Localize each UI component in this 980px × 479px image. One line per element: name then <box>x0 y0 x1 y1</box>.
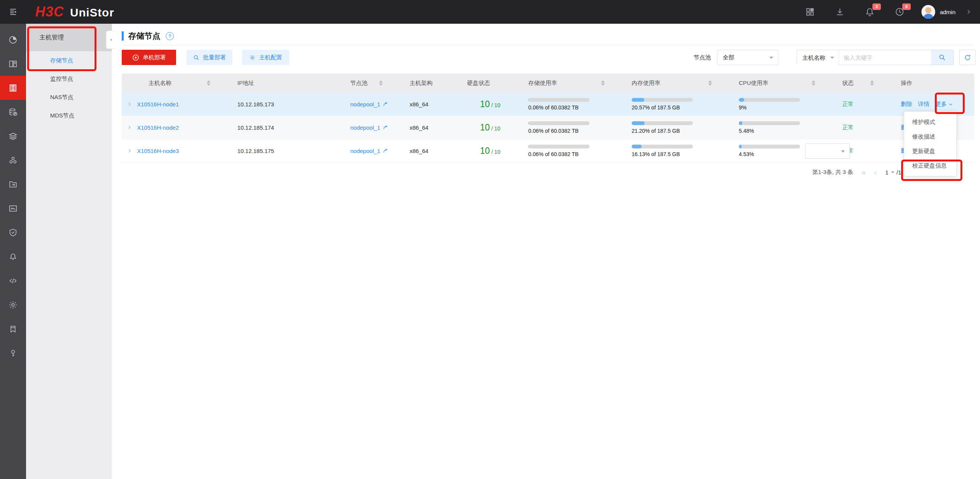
host-name-link[interactable]: X10516H-node1 <box>137 101 179 108</box>
page-number-select[interactable]: 1 <box>885 169 894 176</box>
host-arch: x86_64 <box>410 124 467 131</box>
menu-item-update-disks[interactable]: 更新硬盘 <box>904 144 956 158</box>
col-ip: IP地址 <box>237 80 254 87</box>
sidebar-item-monitoring[interactable] <box>0 196 26 220</box>
sidebar-collapse-tab[interactable] <box>106 31 116 49</box>
sidebar-item-file-share[interactable] <box>0 172 26 196</box>
logo-h3c: H3C <box>35 4 64 20</box>
cpu-usage: 5.48% <box>739 121 842 134</box>
pool-select[interactable]: 全部 <box>717 50 778 65</box>
menu-collapse-icon[interactable] <box>8 7 19 17</box>
host-config-button[interactable]: 主机配置 <box>242 50 289 65</box>
sidebar-item-api[interactable] <box>0 269 26 293</box>
caret-down-icon <box>948 102 953 107</box>
user-menu[interactable]: admin <box>921 5 972 19</box>
apps-grid-icon[interactable] <box>805 7 815 17</box>
subnav-item-mds-nodes[interactable]: MDS节点 <box>26 106 112 125</box>
sort-icon[interactable] <box>207 80 211 86</box>
keyword-input[interactable] <box>839 50 931 65</box>
license-icon <box>8 324 18 334</box>
sort-icon[interactable] <box>708 80 712 86</box>
first-page-button[interactable]: « <box>862 168 866 176</box>
prev-page-button[interactable]: ‹ <box>874 168 877 176</box>
disk-status: 10/ 10 <box>467 122 528 133</box>
sidebar-item-storage-pool[interactable] <box>0 100 26 124</box>
topbar-right: 3 0 admin <box>785 5 972 19</box>
storage-pool-icon <box>8 108 18 117</box>
pool-filter-label: 节点池 <box>694 54 711 61</box>
sort-icon[interactable] <box>379 80 383 86</box>
download-icon[interactable] <box>835 7 845 17</box>
logo-product: UniStor <box>70 6 114 19</box>
layout-panels-icon <box>8 59 18 68</box>
host-ip: 10.12.185.174 <box>237 124 350 131</box>
search-icon <box>193 54 199 61</box>
detail-link[interactable]: 详情 <box>918 101 929 108</box>
sort-icon[interactable] <box>870 80 874 86</box>
plus-circle-icon <box>132 54 139 61</box>
sidebar-item-cluster[interactable] <box>0 148 26 172</box>
sidebar-item-dashboard[interactable] <box>0 28 26 52</box>
notification-bell-icon[interactable]: 3 <box>865 7 875 17</box>
table-row: X10516H-node2 10.12.185.174 nodepool_1 x… <box>122 116 974 139</box>
help-icon[interactable]: ? <box>166 32 174 40</box>
sidebar-item-host-management[interactable] <box>0 76 26 100</box>
search-button[interactable] <box>931 50 953 65</box>
more-link[interactable]: 更多 <box>935 101 953 108</box>
menu-item-correct-disk-info[interactable]: 校正硬盘信息 <box>904 158 956 173</box>
table-header-row: 主机名称 IP地址 节点池 主机架构 硬盘状态 存储使用率 内存使用率 CPU使… <box>122 73 974 93</box>
expand-row-icon[interactable] <box>122 125 137 130</box>
task-clock-icon[interactable]: 0 <box>895 7 905 17</box>
sort-icon[interactable] <box>601 80 605 86</box>
caret-down-icon <box>830 57 834 59</box>
logo: H3C UniStor <box>35 4 114 20</box>
page-total: /1 <box>897 169 902 176</box>
memory-usage: 21.20% of 187.5 GB <box>632 121 739 134</box>
jump-arrow-icon[interactable] <box>382 101 389 107</box>
disk-status: 10/ 10 <box>467 99 528 109</box>
refresh-button[interactable] <box>959 50 975 65</box>
sidebar-item-alarms[interactable] <box>0 244 26 269</box>
expand-row-icon[interactable] <box>122 148 137 153</box>
delete-link[interactable]: 删除 <box>901 101 912 108</box>
nodepool-link[interactable]: nodepool_1 <box>350 101 380 108</box>
menu-item-maintenance-mode[interactable]: 维护模式 <box>904 115 956 129</box>
keyword-field-select[interactable]: 主机名称 <box>797 50 839 65</box>
sidebar-item-license[interactable] <box>0 317 26 341</box>
nodepool-link[interactable]: nodepool_1 <box>350 124 380 131</box>
task-count-badge: 0 <box>902 3 911 10</box>
expand-row-icon[interactable] <box>122 101 137 107</box>
jump-arrow-icon[interactable] <box>382 124 389 130</box>
chevron-right-icon <box>965 9 972 15</box>
nodepool-link[interactable]: nodepool_1 <box>350 148 380 154</box>
sort-icon[interactable] <box>812 80 815 86</box>
main-content: 存储节点 ? 单机部署 批量部署 主机配置 节点池 全部 <box>112 24 980 479</box>
sidebar-item-keys[interactable] <box>0 341 26 365</box>
alarm-count-badge: 3 <box>872 3 881 10</box>
sidebar-item-panels[interactable] <box>0 52 26 76</box>
host-name-link[interactable]: X10516H-node3 <box>137 148 179 154</box>
host-name-link[interactable]: X10516H-node2 <box>137 124 179 131</box>
menu-item-edit-description[interactable]: 修改描述 <box>904 129 956 144</box>
status-badge: 正常 <box>842 124 901 131</box>
sidebar-item-layers[interactable] <box>0 124 26 148</box>
page-size-select[interactable] <box>805 143 850 159</box>
caret-down-icon <box>769 57 773 59</box>
memory-usage: 16.13% of 187.5 GB <box>632 145 739 157</box>
sidebar-item-security[interactable] <box>0 220 26 244</box>
sidebar-item-settings[interactable] <box>0 293 26 317</box>
monitoring-chart-icon <box>8 204 18 213</box>
subnav-item-nas-nodes[interactable]: NAS节点 <box>26 88 112 106</box>
col-pool: 节点池 <box>350 80 368 87</box>
host-arch: x86_64 <box>410 101 467 108</box>
host-management-icon <box>8 83 18 93</box>
deploy-batch-button[interactable]: 批量部署 <box>186 50 232 65</box>
subnav-item-monitor-nodes[interactable]: 监控节点 <box>26 70 112 88</box>
cluster-icon <box>8 156 18 165</box>
subnav-item-storage-nodes[interactable]: 存储节点 <box>26 51 112 70</box>
screen: H3C UniStor 3 <box>0 0 980 479</box>
caret-down-icon <box>891 171 894 173</box>
key-icon <box>8 349 18 358</box>
deploy-single-button[interactable]: 单机部署 <box>122 50 176 65</box>
jump-arrow-icon[interactable] <box>382 148 389 154</box>
